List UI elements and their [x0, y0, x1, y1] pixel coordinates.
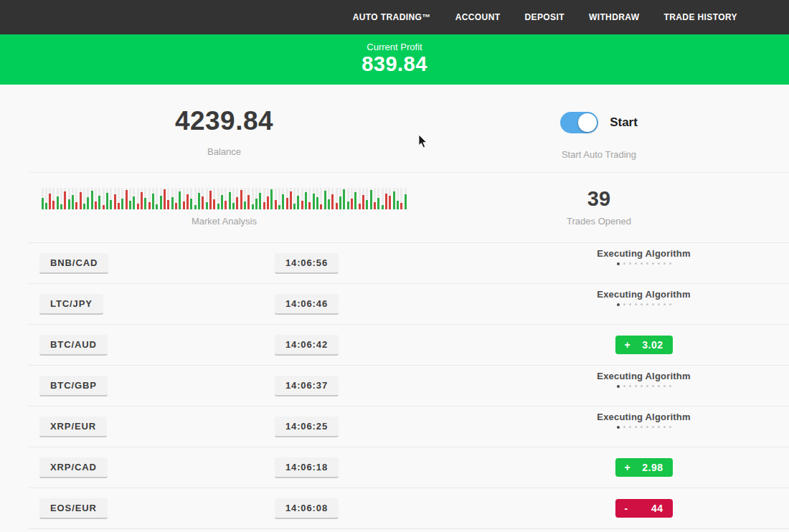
- balance-section: 4239.84 Balance: [0, 106, 448, 160]
- trades-opened-label: Trades Opened: [448, 216, 750, 227]
- trade-result-sign: -: [625, 503, 628, 514]
- trades-opened-section: 39 Trades Opened: [448, 188, 789, 227]
- trade-row: BTC/GBP 14:06:37 Executing Algorithm: [29, 365, 789, 406]
- trade-result-badge: + 2.98: [615, 458, 673, 477]
- trade-pair-badge: BTC/AUD: [39, 335, 108, 356]
- toggle-knob-icon: [578, 113, 597, 132]
- top-navbar: AUTO TRADING™ACCOUNTDEPOSITWITHDRAWTRADE…: [0, 0, 789, 34]
- trade-result-sign: +: [625, 339, 631, 351]
- executing-algorithm-label: Executing Algorithm: [597, 289, 690, 300]
- trade-result-amount: 44: [651, 503, 663, 514]
- toggle-start-label: Start: [610, 115, 638, 130]
- trade-status: - 44: [615, 499, 673, 518]
- progress-dots-icon: [597, 426, 690, 429]
- main-content: 4239.84 Balance Start Start Auto Trading…: [0, 85, 789, 532]
- trade-time-badge: 14:06:37: [275, 376, 339, 396]
- trade-result-badge: [597, 272, 654, 279]
- trade-row: LTC/JPY 14:06:46 Executing Algorithm: [29, 283, 789, 324]
- trade-row: XRP/CAD 14:06:18 + 2.98: [29, 447, 789, 488]
- trade-status: Executing Algorithm: [597, 248, 690, 279]
- auto-trading-section: Start Start Auto Trading: [448, 106, 789, 160]
- current-profit-label: Current Profit: [0, 34, 789, 52]
- trade-status: + 3.02: [615, 336, 673, 354]
- trade-result-badge: + 3.02: [615, 336, 673, 354]
- trade-status: + 2.98: [615, 458, 673, 477]
- trade-time-badge: 14:06:42: [275, 335, 339, 356]
- trade-row: XRP/EUR 14:06:25 Executing Algorithm: [29, 406, 789, 447]
- nav-item[interactable]: DEPOSIT: [524, 12, 564, 22]
- trade-pair-badge: BTC/GBP: [39, 376, 108, 396]
- trade-pair-badge: XRP/EUR: [39, 417, 107, 437]
- nav-item[interactable]: WITHDRAW: [589, 12, 640, 22]
- nav-item[interactable]: AUTO TRADING™: [353, 12, 431, 22]
- trade-pair-badge: EOS/EUR: [39, 498, 108, 519]
- nav-item[interactable]: TRADE HISTORY: [663, 12, 737, 22]
- trade-result-amount: 3.02: [642, 339, 663, 351]
- trade-result-sign: +: [625, 462, 631, 473]
- trade-row: EOS/EUR 14:06:08 - 44: [29, 488, 789, 528]
- balance-value: 4239.84: [0, 106, 448, 136]
- progress-dots-icon: [597, 262, 690, 265]
- trade-pair-badge: BNB/CAD: [39, 253, 108, 274]
- nav-item[interactable]: ACCOUNT: [455, 12, 501, 22]
- app-root: { "nav": { "items": ["AUTO TRADING™", "A…: [0, 0, 789, 532]
- market-analysis-chart: [42, 188, 407, 209]
- progress-dots-icon: [597, 385, 690, 388]
- trade-row: BNB/CAD 14:06:56 Executing Algorithm: [29, 242, 789, 283]
- trade-status: Executing Algorithm: [597, 412, 690, 442]
- current-profit-value: 839.84: [0, 52, 789, 76]
- trade-time-badge: 14:06:25: [275, 417, 339, 437]
- trade-status: Executing Algorithm: [597, 289, 690, 320]
- trade-result-badge: [597, 394, 654, 402]
- market-analysis-section: Market Analysis: [0, 188, 448, 227]
- trade-result-badge: - 44: [615, 499, 673, 518]
- trade-result-badge: [597, 435, 654, 442]
- executing-algorithm-label: Executing Algorithm: [597, 248, 690, 259]
- progress-dots-icon: [597, 303, 690, 306]
- trades-opened-value: 39: [448, 188, 750, 209]
- executing-algorithm-label: Executing Algorithm: [597, 412, 690, 422]
- auto-trading-label: Start Auto Trading: [448, 149, 750, 160]
- trade-result-amount: 2.98: [642, 462, 663, 473]
- auto-trading-toggle[interactable]: [560, 112, 598, 133]
- balance-label: Balance: [0, 146, 448, 157]
- trade-result-badge: [597, 313, 654, 320]
- trade-time-badge: 14:06:18: [275, 457, 339, 478]
- trade-pair-badge: LTC/JPY: [39, 294, 103, 315]
- trade-time-badge: 14:06:46: [275, 294, 339, 315]
- executing-algorithm-label: Executing Algorithm: [597, 371, 690, 381]
- trade-time-badge: 14:06:08: [275, 498, 339, 519]
- market-analysis-label: Market Analysis: [0, 216, 448, 227]
- trades-list: BNB/CAD 14:06:56 Executing Algorithm: [29, 242, 789, 529]
- trade-status: Executing Algorithm: [597, 371, 690, 402]
- trade-row: BTC/AUD 14:06:42 + 3.02: [29, 324, 789, 365]
- current-profit-banner: Current Profit 839.84: [0, 34, 789, 85]
- trade-time-badge: 14:06:56: [275, 253, 339, 274]
- trade-pair-badge: XRP/CAD: [39, 457, 108, 478]
